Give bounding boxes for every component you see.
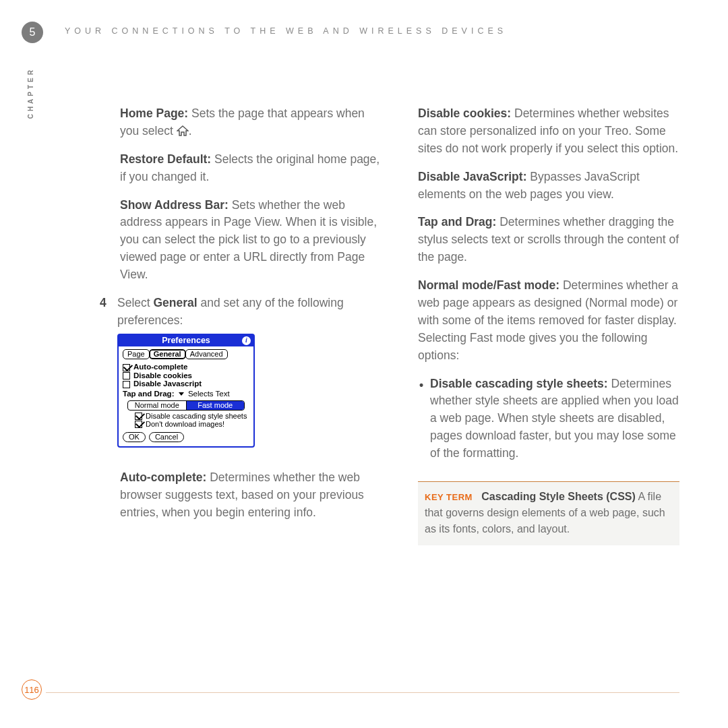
label-modes: Normal mode/Fast mode:	[418, 278, 559, 292]
checkbox-icon[interactable]	[123, 372, 130, 380]
step-4-pre: Select	[117, 296, 154, 309]
para-auto-complete: Auto-complete: Determines whether the we…	[120, 469, 382, 522]
tap-drag-value[interactable]: Selects Text	[188, 390, 230, 398]
preferences-dialog: Preferences i Page General Advanced Auto…	[117, 334, 255, 448]
check-disable-css[interactable]: Disable cascading style sheets	[135, 413, 249, 420]
label-restore-default: Restore Default:	[120, 152, 211, 166]
label-bullet-css: Disable cascading style sheets:	[430, 377, 608, 390]
para-disable-js: Disable JavaScript: Bypasses JavaScript …	[418, 169, 679, 204]
para-home-page: Home Page: Sets the page that appears wh…	[120, 105, 382, 140]
check-auto-complete[interactable]: Auto-complete	[123, 363, 249, 371]
label-disable-js: Disable JavaScript:	[418, 170, 526, 183]
key-term-box: KEY TERM Cascading Style Sheets (CSS) A …	[418, 481, 679, 545]
chapter-badge: 5	[22, 22, 43, 43]
mode-fast[interactable]: Fast mode	[187, 401, 245, 410]
check-disable-javascript[interactable]: Disable Javascript	[123, 380, 249, 388]
checkbox-icon[interactable]	[123, 364, 130, 371]
para-restore-default: Restore Default: Selects the original ho…	[120, 151, 382, 186]
right-column: Disable cookies: Determines whether webs…	[418, 105, 679, 545]
label-auto-complete: Auto-complete:	[120, 471, 206, 484]
label-show-address: Show Address Bar:	[120, 198, 229, 212]
check-dont-download-images[interactable]: Don't download images!	[135, 421, 249, 428]
cancel-button[interactable]: Cancel	[149, 432, 184, 442]
bullet-disable-css: • Disable cascading style sheets: Determ…	[430, 375, 679, 462]
tab-page[interactable]: Page	[123, 349, 150, 359]
tab-general[interactable]: General	[149, 349, 186, 359]
preferences-title: Preferences i	[119, 335, 253, 347]
ok-button[interactable]: OK	[123, 432, 146, 442]
mode-toggle: Normal mode Fast mode	[127, 400, 245, 411]
mode-normal[interactable]: Normal mode	[128, 401, 187, 410]
footer-rule	[46, 692, 679, 693]
tap-drag-label: Tap and Drag:	[123, 390, 174, 398]
text-home-page-tail: .	[189, 124, 192, 138]
label-tap-drag: Tap and Drag:	[418, 215, 496, 229]
tap-and-drag-row: Tap and Drag: Selects Text	[123, 390, 249, 398]
para-tap-drag: Tap and Drag: Determines whether draggin…	[418, 214, 679, 266]
info-icon[interactable]: i	[242, 336, 251, 345]
tab-advanced[interactable]: Advanced	[185, 349, 228, 359]
check-label: Don't download images!	[146, 421, 224, 428]
check-label: Disable cascading style sheets	[146, 413, 247, 420]
check-disable-cookies[interactable]: Disable cookies	[123, 372, 249, 380]
preferences-title-text: Preferences	[162, 336, 210, 345]
step-number: 4	[100, 295, 109, 460]
bullet-icon: •	[419, 377, 423, 394]
page-number: 116	[22, 679, 42, 700]
chapter-vertical-label: CHAPTER	[27, 67, 34, 119]
para-disable-cookies: Disable cookies: Determines whether webs…	[418, 105, 679, 158]
dropdown-arrow-icon[interactable]	[179, 392, 184, 396]
left-column: Home Page: Sets the page that appears wh…	[120, 105, 382, 545]
label-home-page: Home Page:	[120, 107, 188, 120]
checkbox-icon[interactable]	[135, 421, 142, 428]
page-content: Home Page: Sets the page that appears wh…	[120, 105, 679, 545]
preferences-tabs: Page General Advanced	[123, 349, 249, 359]
home-icon	[177, 125, 189, 136]
key-term-tag: KEY TERM	[425, 492, 473, 502]
step-4: 4 Select General and set any of the foll…	[120, 295, 382, 460]
check-label: Auto-complete	[133, 363, 188, 371]
checkbox-icon[interactable]	[123, 381, 130, 388]
running-head: YOUR CONNECTIONS TO THE WEB AND WIRELESS…	[65, 26, 507, 36]
para-modes: Normal mode/Fast mode: Determines whethe…	[418, 277, 679, 364]
key-term-term: Cascading Style Sheets (CSS)	[481, 491, 636, 502]
para-show-address: Show Address Bar: Sets whether the web a…	[120, 197, 382, 284]
check-label: Disable Javascript	[133, 380, 202, 388]
step-4-bold: General	[154, 296, 198, 309]
label-disable-cookies: Disable cookies:	[418, 107, 511, 120]
check-label: Disable cookies	[133, 372, 192, 380]
